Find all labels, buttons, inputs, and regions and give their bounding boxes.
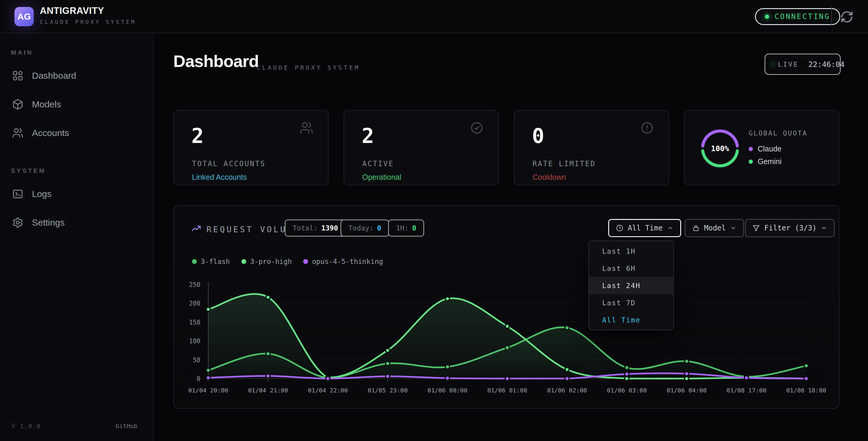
app-logo-text: AG: [18, 11, 31, 22]
sidebar-item-dashboard[interactable]: Dashboard: [0, 66, 154, 86]
filter-label: Filter (3/3): [764, 224, 816, 232]
total-requests-chip: Total: 1390: [285, 219, 346, 236]
sidebar-item-logs[interactable]: Logs: [0, 184, 154, 204]
today-requests-chip: Today: 0: [341, 219, 389, 236]
app-title: ANTIGRAVITY: [40, 5, 104, 16]
legend-item-3-pro-high[interactable]: 3-pro-high: [241, 258, 292, 265]
cube-icon: [12, 99, 24, 110]
series-dot-icon: [303, 259, 308, 264]
quota-legend-label: Claude: [758, 145, 781, 153]
svg-text:01/04 21:00: 01/04 21:00: [248, 387, 288, 394]
app-subtitle: CLAUDE PROXY SYSTEM: [40, 19, 136, 25]
svg-text:01/05 23:00: 01/05 23:00: [368, 387, 407, 394]
main-content: Dashboard CLAUDE PROXY SYSTEM LIVE 22:46…: [154, 34, 868, 441]
model-filter-label: Model: [704, 224, 726, 232]
funnel-icon: [752, 224, 760, 232]
svg-text:0: 0: [196, 375, 200, 382]
chevron-down-icon: [821, 225, 827, 231]
legend-item-3-flash[interactable]: 3-flash: [192, 258, 230, 265]
refresh-button[interactable]: [840, 10, 854, 24]
dashboard-grid-icon: [12, 70, 24, 82]
svg-text:200: 200: [189, 300, 200, 307]
gemini-dot-icon: [749, 159, 753, 164]
users-icon: [300, 121, 313, 135]
svg-text:100: 100: [189, 337, 200, 345]
rate-limited-value: 0: [532, 124, 544, 148]
page-title: Dashboard: [173, 51, 259, 71]
users-icon: [12, 127, 24, 139]
top-bar: AG ANTIGRAVITY CLAUDE PROXY SYSTEM CONNE…: [0, 0, 868, 33]
chip-value: 1390: [321, 224, 338, 232]
series-dot-icon: [241, 259, 246, 264]
time-range-label: All Time: [628, 224, 663, 232]
legend-item-opus-4-5-thinking[interactable]: opus-4-5-thinking: [303, 258, 383, 265]
series-dot-icon: [192, 259, 197, 264]
card-sublabel: Linked Accounts: [192, 173, 247, 182]
chevron-up-icon: [667, 225, 674, 231]
connection-status-label: CONNECTING: [775, 12, 830, 21]
app-logo: AG: [14, 7, 34, 26]
legend-label: opus-4-5-thinking: [312, 258, 383, 265]
legend-label: 3-pro-high: [250, 258, 292, 265]
live-status-badge: LIVE 22:46:04: [765, 54, 841, 75]
svg-text:01/06 00:00: 01/06 00:00: [427, 387, 467, 394]
clock-icon: [616, 224, 624, 232]
sidebar-item-label: Dashboard: [32, 70, 76, 81]
sidebar-item-accounts[interactable]: Accounts: [0, 123, 154, 143]
card-label: TOTAL ACCOUNTS: [192, 159, 266, 168]
dropdown-option-last-24h[interactable]: Last 24H: [589, 277, 673, 294]
status-dot-icon: [765, 14, 769, 19]
sidebar-item-label: Models: [32, 99, 61, 110]
sidebar-item-models[interactable]: Models: [0, 94, 154, 114]
total-accounts-value: 2: [191, 124, 204, 148]
chip-label: 1H:: [396, 224, 409, 232]
hour-requests-chip: 1H: 0: [388, 219, 424, 236]
model-filter-button[interactable]: Model: [685, 219, 744, 237]
live-label: LIVE: [778, 61, 799, 68]
sidebar-item-settings[interactable]: Settings: [0, 213, 154, 233]
sidebar: MAIN Dashboard Models Accounts SYSTEM Lo…: [0, 34, 154, 441]
chip-value: 0: [377, 224, 381, 232]
app-version: V 1.0.0: [11, 422, 41, 430]
check-circle-icon: [470, 121, 484, 135]
card-rate-limited: 0 RATE LIMITED Cooldown: [514, 110, 669, 185]
quota-legend-label: Gemini: [758, 157, 781, 166]
card-sublabel: Operational: [362, 173, 401, 182]
terminal-icon: [12, 188, 24, 200]
request-volume-line-chart: 05010015020025001/04 20:0001/04 21:0001/…: [174, 281, 840, 408]
dropdown-option-last-6h[interactable]: Last 6H: [589, 260, 673, 277]
chevron-down-icon: [730, 225, 737, 231]
sidebar-item-label: Accounts: [32, 128, 69, 138]
alert-circle-icon: [640, 121, 654, 135]
svg-text:100%: 100%: [711, 144, 729, 153]
chip-value: 0: [412, 224, 416, 232]
dropdown-option-last-1h[interactable]: Last 1H: [589, 242, 673, 260]
dropdown-option-last-7d[interactable]: Last 7D: [589, 294, 673, 311]
dropdown-option-all-time[interactable]: All Time: [589, 311, 673, 328]
sidebar-section-system: SYSTEM: [11, 167, 46, 174]
svg-text:01/06 01:00: 01/06 01:00: [487, 387, 527, 394]
refresh-icon: [840, 10, 854, 24]
svg-text:01/06 02:00: 01/06 02:00: [547, 387, 587, 394]
svg-text:01/06 03:00: 01/06 03:00: [607, 387, 647, 394]
trending-up-icon: [191, 224, 201, 233]
connection-status-badge[interactable]: CONNECTING: [755, 8, 840, 25]
legend-label: 3-flash: [201, 258, 230, 265]
request-volume-panel: REQUEST VOLUME Total: 1390 Today: 0 1H: …: [173, 205, 839, 409]
active-value: 2: [362, 124, 374, 148]
card-sublabel: Cooldown: [532, 173, 566, 182]
github-link[interactable]: GitHub: [116, 422, 137, 430]
card-label: RATE LIMITED: [532, 159, 595, 168]
filter-button[interactable]: Filter (3/3): [745, 219, 835, 237]
svg-text:01/04 20:00: 01/04 20:00: [188, 387, 228, 394]
chip-label: Total:: [293, 224, 318, 232]
chart-legend: 3-flash 3-pro-high opus-4-5-thinking: [192, 258, 383, 265]
svg-text:01/08 17:00: 01/08 17:00: [726, 387, 766, 394]
svg-text:150: 150: [189, 319, 200, 326]
svg-text:01/04 22:00: 01/04 22:00: [308, 387, 348, 394]
card-label: ACTIVE: [362, 159, 394, 168]
page-subtitle: CLAUDE PROXY SYSTEM: [257, 64, 360, 71]
time-range-button[interactable]: All Time: [608, 219, 681, 237]
time-range-dropdown: Last 1H Last 6H Last 24H Last 7D All Tim…: [588, 240, 674, 330]
clock-value: 22:46:04: [808, 60, 844, 69]
